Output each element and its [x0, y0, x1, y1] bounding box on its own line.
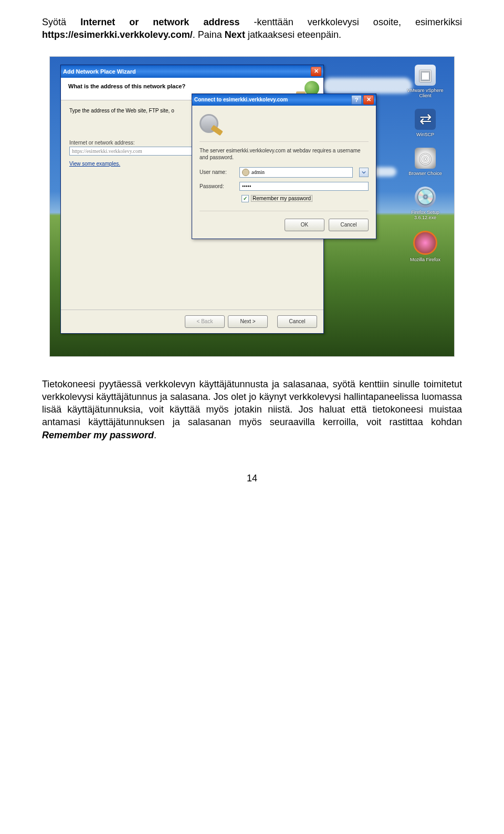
- browser-glyph-icon: ◎: [415, 148, 436, 169]
- close-button[interactable]: ✕: [363, 95, 374, 105]
- wizard-titlebar[interactable]: Add Network Place Wizard ✕: [61, 65, 323, 78]
- remember-row: ✓ Remember my password: [192, 193, 376, 204]
- help-button[interactable]: ?: [351, 95, 362, 105]
- auth-title: Connect to esimerkki.verkkolevy.com: [194, 97, 351, 102]
- desktop-icon-label: WinSCP: [416, 132, 434, 137]
- chevron-down-icon: [362, 170, 366, 174]
- wizard-title: Add Network Place Wizard: [63, 68, 311, 75]
- cloud: [323, 78, 412, 94]
- auth-message: The server esimerkki.verkkolevy.com at w…: [200, 147, 369, 161]
- view-examples-link[interactable]: View some examples.: [69, 161, 120, 167]
- user-icon: [242, 169, 249, 176]
- connect-auth-dialog: Connect to esimerkki.verkkolevy.com ? ✕ …: [192, 94, 376, 239]
- password-input[interactable]: •••••: [239, 182, 369, 191]
- checkmark-icon: ✓: [243, 195, 247, 201]
- browser-choice-icon[interactable]: ◎ Browser Choice: [404, 148, 446, 176]
- firefox-setup-icon[interactable]: 💿 Firefox Setup 3.6.12.exe: [404, 187, 446, 220]
- close-icon: ✕: [366, 96, 371, 103]
- vmware-glyph-icon: ▣: [415, 65, 436, 86]
- doc-paragraph-1: Syötä Internet or network address -kentt…: [42, 16, 462, 42]
- next-button[interactable]: Next >: [228, 315, 268, 328]
- help-icon: ?: [355, 97, 359, 103]
- winscp-icon[interactable]: ⇄ WinSCP: [404, 109, 446, 137]
- auth-top: [192, 106, 376, 139]
- auth-titlebar[interactable]: Connect to esimerkki.verkkolevy.com ? ✕: [192, 94, 376, 106]
- wizard-question: What is the address of this network plac…: [68, 83, 316, 89]
- page-number: 14: [42, 473, 462, 484]
- password-value: •••••: [242, 183, 251, 189]
- desktop-icon-label: Firefox Setup 3.6.12.exe: [404, 210, 446, 220]
- remember-checkbox[interactable]: ✓: [242, 195, 249, 202]
- close-icon: ✕: [314, 68, 319, 75]
- disc-glyph-icon: 💿: [415, 187, 436, 208]
- desktop-icons: ▣ VMware vSphere Client ⇄ WinSCP ◎ Brows…: [402, 65, 449, 262]
- username-label: User name:: [200, 169, 235, 175]
- screenshot-embedded: ▣ VMware vSphere Client ⇄ WinSCP ◎ Brows…: [49, 56, 455, 357]
- separator: [200, 211, 369, 211]
- back-button[interactable]: < Back: [185, 315, 225, 328]
- desktop-icon-label: Browser Choice: [408, 171, 442, 176]
- keys-icon: [200, 113, 223, 136]
- ok-button[interactable]: OK: [285, 219, 324, 231]
- desktop-icon-label: VMware vSphere Client: [404, 88, 446, 98]
- cancel-button[interactable]: Cancel: [277, 315, 317, 328]
- vmware-icon[interactable]: ▣ VMware vSphere Client: [404, 65, 446, 98]
- winscp-glyph-icon: ⇄: [415, 109, 436, 130]
- username-value: admin: [251, 169, 265, 175]
- remember-label[interactable]: Remember my password: [251, 195, 312, 202]
- firefox-glyph-icon: [413, 231, 437, 255]
- password-label: Password:: [200, 183, 235, 189]
- desktop-icon-label: Mozilla Firefox: [410, 257, 440, 262]
- wizard-footer: < Back Next > Cancel: [61, 310, 323, 333]
- username-row: User name: admin: [192, 165, 376, 180]
- firefox-icon[interactable]: Mozilla Firefox: [404, 231, 446, 262]
- close-button[interactable]: ✕: [311, 67, 321, 76]
- address-input[interactable]: https://esimerkki.verkkolevy.com: [69, 147, 201, 156]
- cancel-button[interactable]: Cancel: [329, 219, 369, 231]
- separator: [200, 141, 369, 142]
- username-input[interactable]: admin: [239, 167, 353, 178]
- doc-paragraph-2: Tietokoneesi pyytäessä verkkolevyn käytt…: [42, 378, 462, 441]
- password-row: Password: •••••: [192, 180, 376, 193]
- auth-buttons: OK Cancel: [192, 213, 376, 239]
- username-dropdown[interactable]: [359, 168, 369, 177]
